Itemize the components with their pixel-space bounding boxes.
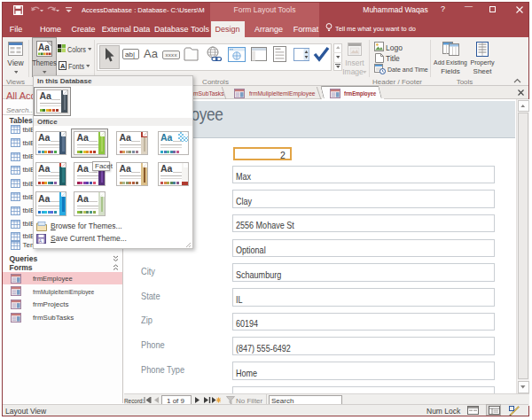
svg-text:Aa: Aa	[38, 43, 50, 52]
svg-text:A: A	[39, 239, 42, 244]
